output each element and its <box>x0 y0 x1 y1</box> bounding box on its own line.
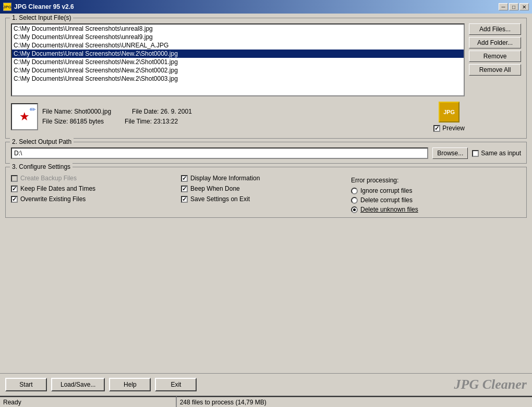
bottom-bar: Start Load/Save... Help Exit JPG Cleaner <box>0 373 532 396</box>
remove-button[interactable]: Remove <box>469 51 521 62</box>
delete-unknown-item: Delete unknown files <box>351 206 521 213</box>
error-col: Error processing: Ignore corrupt files D… <box>351 175 521 213</box>
list-item[interactable]: C:\My Documents\Unreal Screenshots\New.2… <box>12 75 464 83</box>
delete-corrupt-item: Delete corrupt files <box>351 196 521 204</box>
beep-done-checkbox[interactable] <box>181 186 188 192</box>
file-date-info: File Date: 26. 9. 2001 <box>132 107 192 117</box>
same-as-input-checkbox[interactable] <box>472 150 479 157</box>
file-size-info: File Size: 86185 bytes <box>42 117 104 127</box>
settings-col2: Display More Information Beep When Done … <box>181 175 351 213</box>
beep-done-item: Beep When Done <box>181 185 351 192</box>
section1-group: 1. Select Input File(s) C:\My Documents\… <box>5 18 527 139</box>
pencil-icon: ✏ <box>30 105 36 114</box>
display-more-checkbox[interactable] <box>181 175 188 182</box>
load-save-button[interactable]: Load/Save... <box>51 378 105 391</box>
output-path-input[interactable] <box>11 147 428 159</box>
keep-dates-checkbox[interactable] <box>11 186 18 192</box>
file-info-panel: ★ ✏ File Name: Shot0000.jpg File Date: 2… <box>11 100 465 134</box>
start-button[interactable]: Start <box>5 378 47 391</box>
app-logo: JPG Cleaner <box>454 377 527 392</box>
keep-dates-item: Keep File Dates and Times <box>11 185 181 192</box>
file-thumbnail: ★ ✏ <box>11 103 38 130</box>
exit-button[interactable]: Exit <box>155 378 197 391</box>
save-settings-checkbox[interactable] <box>181 196 188 203</box>
help-button[interactable]: Help <box>109 378 151 391</box>
beep-done-label: Beep When Done <box>190 185 240 192</box>
section2-group: 2. Select Output Path Browse... Same as … <box>5 142 527 164</box>
main-content: 1. Select Input File(s) C:\My Documents\… <box>0 14 532 373</box>
preview-checkbox-area: Preview <box>433 125 465 132</box>
delete-unknown-radio[interactable] <box>351 206 358 213</box>
delete-corrupt-radio[interactable] <box>351 197 358 204</box>
same-as-input-area: Same as input <box>472 150 521 157</box>
overwrite-checkbox[interactable] <box>11 196 18 203</box>
list-item[interactable]: C:\My Documents\Unreal Screenshots\unrea… <box>12 33 464 41</box>
file-list-container: C:\My Documents\Unreal Screenshots\unrea… <box>11 23 465 134</box>
file-list-scroll[interactable]: C:\My Documents\Unreal Screenshots\unrea… <box>12 24 464 95</box>
section3-title: 3. Configure Settings <box>10 163 72 170</box>
section3-content: Create Backup Files Keep File Dates and … <box>11 172 521 213</box>
section3-group: 3. Configure Settings Create Backup File… <box>5 167 527 218</box>
list-item[interactable]: C:\My Documents\Unreal Screenshots\New.2… <box>12 50 464 58</box>
title-buttons: ─ □ ✕ <box>499 3 529 10</box>
error-processing-title: Error processing: <box>351 177 521 184</box>
display-more-item: Display More Information <box>181 175 351 182</box>
preview-label: Preview <box>442 125 465 132</box>
right-buttons: Add Files... Add Folder... Remove Remove… <box>469 23 521 134</box>
keep-dates-label: Keep File Dates and Times <box>20 185 95 192</box>
maximize-button[interactable]: □ <box>509 3 518 10</box>
file-listbox[interactable]: C:\My Documents\Unreal Screenshots\unrea… <box>11 23 465 96</box>
preview-checkbox[interactable] <box>433 125 440 132</box>
section1-title: 1. Select Input File(s) <box>10 14 73 21</box>
file-details-row2: File Size: 86185 bytes File Time: 23:13:… <box>42 117 429 127</box>
section1-content: C:\My Documents\Unreal Screenshots\unrea… <box>11 23 521 134</box>
window-title: JPG Cleaner 95 v2.6 <box>14 3 74 10</box>
star-icon: ★ <box>19 110 30 124</box>
list-item[interactable]: C:\My Documents\Unreal Screenshots\UNREA… <box>12 41 464 50</box>
delete-unknown-label: Delete unknown files <box>360 206 418 213</box>
section2-content: Browse... Same as input <box>11 147 521 159</box>
add-folder-button[interactable]: Add Folder... <box>469 37 521 48</box>
add-files-button[interactable]: Add Files... <box>469 23 521 35</box>
save-settings-label: Save Settings on Exit <box>190 195 250 203</box>
overwrite-label: Overwrite Existing Files <box>20 195 86 203</box>
create-backup-item: Create Backup Files <box>11 175 181 182</box>
browse-button[interactable]: Browse... <box>432 147 468 159</box>
preview-image-button[interactable]: JPG <box>439 102 460 122</box>
create-backup-label: Create Backup Files <box>20 175 77 182</box>
file-details-row1: File Name: Shot0000.jpg File Date: 26. 9… <box>42 107 429 117</box>
list-item[interactable]: C:\My Documents\Unreal Screenshots\unrea… <box>12 24 464 33</box>
minimize-button[interactable]: ─ <box>499 3 508 10</box>
ignore-corrupt-label: Ignore corrupt files <box>360 187 412 194</box>
display-more-label: Display More Information <box>190 175 260 182</box>
same-as-input-label: Same as input <box>481 150 521 157</box>
list-item[interactable]: C:\My Documents\Unreal Screenshots\New.2… <box>12 58 464 66</box>
remove-all-button[interactable]: Remove All <box>469 64 521 76</box>
file-details: File Name: Shot0000.jpg File Date: 26. 9… <box>42 107 429 127</box>
list-item[interactable]: C:\My Documents\Unreal Screenshots\New.2… <box>12 66 464 75</box>
ignore-corrupt-radio[interactable] <box>351 188 358 194</box>
overwrite-item: Overwrite Existing Files <box>11 195 181 203</box>
status-left: Ready <box>0 396 177 407</box>
status-right: 248 files to process (14,79 MB) <box>177 396 522 407</box>
title-bar: JPG JPG Cleaner 95 v2.6 ─ □ ✕ <box>0 0 532 14</box>
close-button[interactable]: ✕ <box>519 3 529 10</box>
create-backup-checkbox[interactable] <box>11 175 18 182</box>
save-settings-item: Save Settings on Exit <box>181 195 351 203</box>
status-corner <box>522 396 532 407</box>
file-time-info: File Time: 23:13:22 <box>125 117 178 127</box>
title-bar-left: JPG JPG Cleaner 95 v2.6 <box>3 3 74 11</box>
file-name-info: File Name: Shot0000.jpg <box>42 107 111 117</box>
section2-title: 2. Select Output Path <box>10 138 74 145</box>
app-icon: JPG <box>3 3 11 11</box>
settings-col1: Create Backup Files Keep File Dates and … <box>11 175 181 213</box>
delete-corrupt-label: Delete corrupt files <box>360 196 413 204</box>
status-bar: Ready 248 files to process (14,79 MB) <box>0 396 532 407</box>
ignore-corrupt-item: Ignore corrupt files <box>351 187 521 194</box>
